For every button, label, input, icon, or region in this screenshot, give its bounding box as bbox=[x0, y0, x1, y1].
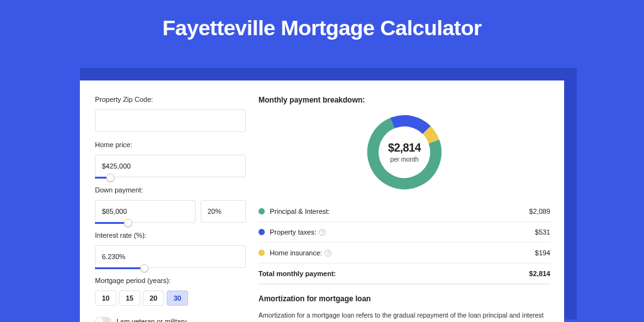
breakdown-column: Monthly payment breakdown: $2,814 per mo… bbox=[258, 96, 550, 322]
legend-label-text: Home insurance: bbox=[270, 249, 322, 257]
legend-row-total: Total monthly payment: $2,814 bbox=[258, 264, 550, 284]
period-button-group: 10 15 20 30 bbox=[95, 291, 246, 306]
down-payment-label: Down payment: bbox=[95, 186, 246, 194]
calculator-card: Property Zip Code: Home price: Down paym… bbox=[80, 80, 564, 322]
dot-icon bbox=[258, 250, 265, 256]
down-payment-slider-thumb[interactable] bbox=[124, 219, 132, 227]
dot-icon bbox=[258, 208, 265, 214]
help-icon[interactable]: ? bbox=[319, 229, 326, 236]
breakdown-heading: Monthly payment breakdown: bbox=[258, 96, 550, 104]
legend: Principal & Interest: $2,089 Property ta… bbox=[258, 201, 550, 284]
interest-rate-label: Interest rate (%): bbox=[95, 231, 246, 239]
period-btn-30[interactable]: 30 bbox=[167, 291, 188, 306]
zip-input[interactable] bbox=[95, 109, 246, 132]
legend-value: $2,089 bbox=[529, 208, 550, 215]
interest-rate-slider-thumb[interactable] bbox=[140, 264, 148, 272]
down-payment-percent-input[interactable] bbox=[201, 200, 246, 223]
donut-chart-wrap: $2,814 per month bbox=[258, 113, 550, 191]
home-price-slider-thumb[interactable] bbox=[106, 174, 114, 182]
period-label: Mortgage period (years): bbox=[95, 277, 246, 284]
down-payment-block: Down payment: bbox=[95, 186, 246, 223]
donut-center: $2,814 per month bbox=[365, 113, 443, 191]
veteran-label: I am veteran or military bbox=[116, 318, 187, 322]
legend-label: Home insurance: ? bbox=[270, 249, 535, 257]
legend-label-text: Property taxes: bbox=[270, 228, 316, 236]
page-title: Fayetteville Mortgage Calculator bbox=[0, 0, 644, 50]
legend-value: $194 bbox=[535, 249, 550, 257]
legend-row-insurance: Home insurance: ? $194 bbox=[258, 243, 550, 264]
amortization-heading: Amortization for mortgage loan bbox=[258, 294, 550, 303]
period-btn-15[interactable]: 15 bbox=[119, 291, 140, 306]
interest-rate-input[interactable] bbox=[95, 245, 246, 268]
amortization-text: Amortization for a mortgage loan refers … bbox=[258, 311, 550, 322]
zip-label: Property Zip Code: bbox=[95, 96, 246, 103]
dot-icon bbox=[258, 229, 265, 235]
legend-value: $531 bbox=[535, 228, 550, 236]
home-price-block: Home price: bbox=[95, 141, 246, 177]
zip-field-block: Property Zip Code: bbox=[95, 96, 246, 132]
donut-sub: per month bbox=[390, 156, 418, 163]
help-icon[interactable]: ? bbox=[325, 250, 331, 257]
legend-row-principal: Principal & Interest: $2,089 bbox=[258, 201, 550, 222]
home-price-label: Home price: bbox=[95, 141, 246, 148]
legend-label: Property taxes: ? bbox=[270, 228, 535, 236]
interest-rate-slider-track[interactable] bbox=[95, 267, 144, 269]
total-label: Total monthly payment: bbox=[258, 270, 529, 277]
inputs-column: Property Zip Code: Home price: Down paym… bbox=[95, 96, 246, 322]
veteran-row: I am veteran or military bbox=[95, 317, 246, 322]
legend-row-taxes: Property taxes: ? $531 bbox=[258, 222, 550, 243]
period-btn-20[interactable]: 20 bbox=[143, 291, 164, 306]
home-price-input[interactable] bbox=[95, 155, 246, 177]
period-btn-10[interactable]: 10 bbox=[95, 291, 116, 306]
total-value: $2,814 bbox=[529, 270, 550, 277]
period-block: Mortgage period (years): 10 15 20 30 bbox=[95, 277, 246, 306]
down-payment-slider-track[interactable] bbox=[95, 222, 128, 224]
donut-chart: $2,814 per month bbox=[365, 113, 443, 191]
legend-label: Principal & Interest: bbox=[270, 208, 529, 215]
interest-rate-block: Interest rate (%): bbox=[95, 231, 246, 268]
donut-amount: $2,814 bbox=[388, 142, 421, 155]
veteran-toggle[interactable] bbox=[95, 317, 111, 322]
down-payment-amount-input[interactable] bbox=[95, 200, 196, 223]
